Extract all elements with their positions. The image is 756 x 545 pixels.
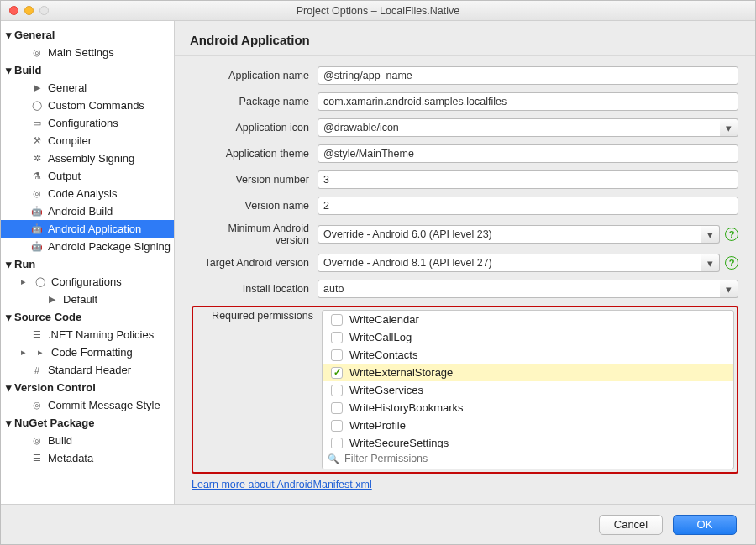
label-version-name: Version name: [192, 200, 318, 212]
android-icon: 🤖: [31, 241, 43, 253]
sidebar-item-label: Commit Message Style: [48, 399, 160, 411]
sidebar-item[interactable]: ☰.NET Naming Policies: [1, 326, 174, 343]
disclosure-triangle-icon: ▾: [6, 29, 14, 41]
search-icon: 🔍: [328, 453, 339, 464]
sidebar-item[interactable]: ▭Configurations: [1, 114, 174, 132]
permission-label: WriteHistoryBookmarks: [349, 401, 464, 414]
select-app-icon[interactable]: @drawable/icon: [318, 118, 722, 137]
input-version-name[interactable]: [318, 197, 738, 215]
sidebar-item[interactable]: #Standard Header: [1, 361, 174, 379]
cancel-button[interactable]: Cancel: [599, 515, 663, 535]
label-app-name: Application name: [192, 70, 318, 81]
label-app-icon: Application icon: [192, 122, 318, 134]
sidebar-item-label: Android Package Signing: [48, 240, 171, 253]
permission-label: WriteCallLog: [349, 331, 412, 343]
sidebar-section-header[interactable]: ▾Version Control: [1, 379, 174, 396]
sidebar-item-label: Assembly Signing: [48, 152, 134, 165]
sidebar-section-header[interactable]: ▾Build: [1, 61, 174, 79]
sidebar-item[interactable]: ▶Default: [1, 291, 174, 308]
checkbox-icon[interactable]: [331, 385, 343, 396]
sidebar-item[interactable]: ◎Commit Message Style: [1, 396, 174, 414]
permission-label: WriteProfile: [349, 419, 406, 432]
label-target-android: Target Android version: [192, 257, 318, 269]
permission-item[interactable]: WriteSecureSettings: [323, 434, 733, 448]
input-app-name[interactable]: [318, 66, 738, 85]
page-title: Android Application: [175, 21, 755, 56]
sidebar-item[interactable]: ☰Metadata: [1, 449, 174, 467]
label-app-theme: Application theme: [192, 148, 318, 160]
sidebar-item[interactable]: ◎Build: [1, 432, 174, 449]
sidebar-item[interactable]: ✲Assembly Signing: [1, 149, 174, 167]
sidebar-item[interactable]: ▶General: [1, 79, 174, 97]
sidebar-item[interactable]: ▸◯Configurations: [1, 273, 174, 291]
list-icon: ☰: [31, 453, 43, 464]
chevron-down-icon[interactable]: ▾: [701, 254, 720, 272]
checkbox-icon[interactable]: [331, 349, 343, 361]
hash-icon: #: [31, 364, 43, 376]
checkbox-icon[interactable]: [331, 332, 343, 343]
sidebar-item[interactable]: 🤖Android Package Signing: [1, 238, 174, 255]
close-icon[interactable]: [9, 6, 18, 15]
sidebar-section-label: Version Control: [14, 381, 96, 394]
help-icon[interactable]: ?: [725, 256, 738, 270]
chevron-down-icon[interactable]: ▾: [720, 280, 738, 298]
checkbox-icon[interactable]: [331, 314, 343, 326]
traffic-lights: [9, 6, 49, 15]
help-icon[interactable]: ?: [725, 228, 738, 241]
select-target-android[interactable]: Override - Android 8.1 (API level 27): [318, 254, 704, 272]
permission-item[interactable]: WriteContacts: [323, 346, 733, 364]
sidebar-section-header[interactable]: ▾General: [1, 26, 174, 44]
permission-item[interactable]: WriteProfile: [323, 417, 733, 434]
sidebar-item-label: Compiler: [48, 134, 92, 147]
sidebar-item[interactable]: ◎Main Settings: [1, 44, 174, 61]
checkbox-icon[interactable]: [331, 420, 343, 432]
sidebar-item[interactable]: 🤖Android Application: [1, 220, 174, 238]
chevron-down-icon[interactable]: ▾: [720, 118, 738, 137]
input-app-theme[interactable]: [318, 144, 738, 163]
permission-item[interactable]: WriteGservices: [323, 381, 733, 399]
android-icon: 🤖: [31, 206, 43, 217]
permission-item[interactable]: WriteCalendar: [323, 311, 733, 328]
sidebar-section-label: Source Code: [14, 311, 81, 323]
sidebar-item[interactable]: ◯Custom Commands: [1, 97, 174, 114]
sidebar-item[interactable]: 🤖Android Build: [1, 202, 174, 220]
sidebar-item[interactable]: ▸▸Code Formatting: [1, 343, 174, 361]
select-install-location[interactable]: auto: [318, 280, 722, 298]
sidebar-item[interactable]: ⚒Compiler: [1, 132, 174, 149]
learn-more-link[interactable]: Learn more about AndroidManifest.xml: [192, 474, 372, 499]
permissions-filter[interactable]: 🔍: [323, 448, 733, 469]
label-version-number: Version number: [192, 174, 318, 186]
sidebar-item-label: Custom Commands: [48, 99, 144, 112]
ring-icon: ◯: [34, 276, 46, 288]
permission-item[interactable]: WriteHistoryBookmarks: [323, 399, 733, 417]
checkbox-icon[interactable]: [331, 402, 343, 414]
input-version-number[interactable]: [318, 170, 738, 189]
sidebar-section-header[interactable]: ▾Source Code: [1, 308, 174, 326]
disclosure-triangle-icon: ▾: [6, 311, 14, 323]
sidebar-item[interactable]: ⚗Output: [1, 167, 174, 185]
sidebar-section-header[interactable]: ▾Run: [1, 255, 174, 273]
checkbox-icon[interactable]: [331, 438, 343, 448]
checkbox-icon[interactable]: [331, 367, 343, 379]
sidebar-item-label: Build: [48, 434, 72, 447]
minimize-icon[interactable]: [24, 6, 34, 15]
permission-item[interactable]: WriteExternalStorage: [323, 364, 733, 381]
permission-label: WriteContacts: [349, 348, 417, 361]
flask-icon: ⚗: [31, 170, 43, 182]
chevron-down-icon[interactable]: ▾: [701, 225, 720, 244]
sidebar-section-header[interactable]: ▾NuGet Package: [1, 414, 174, 432]
input-package-name[interactable]: [318, 92, 738, 111]
sidebar-section-label: NuGet Package: [14, 417, 94, 429]
play-icon: ▶: [31, 82, 43, 94]
select-min-android[interactable]: Override - Android 6.0 (API level 23): [318, 225, 704, 244]
sidebar[interactable]: ▾General◎Main Settings▾Build▶General◯Cus…: [1, 21, 175, 504]
ok-button[interactable]: OK: [673, 515, 737, 535]
sidebar-item-label: Metadata: [48, 452, 93, 464]
sidebar-section-label: Build: [14, 64, 42, 76]
permissions-filter-input[interactable]: [343, 451, 728, 466]
sidebar-item[interactable]: ◎Code Analysis: [1, 185, 174, 202]
permissions-list[interactable]: WriteCalendarWriteCallLogWriteContactsWr…: [322, 310, 734, 469]
play-icon: ▶: [46, 294, 58, 306]
sidebar-item-label: .NET Naming Policies: [48, 328, 154, 341]
permission-item[interactable]: WriteCallLog: [323, 328, 733, 346]
